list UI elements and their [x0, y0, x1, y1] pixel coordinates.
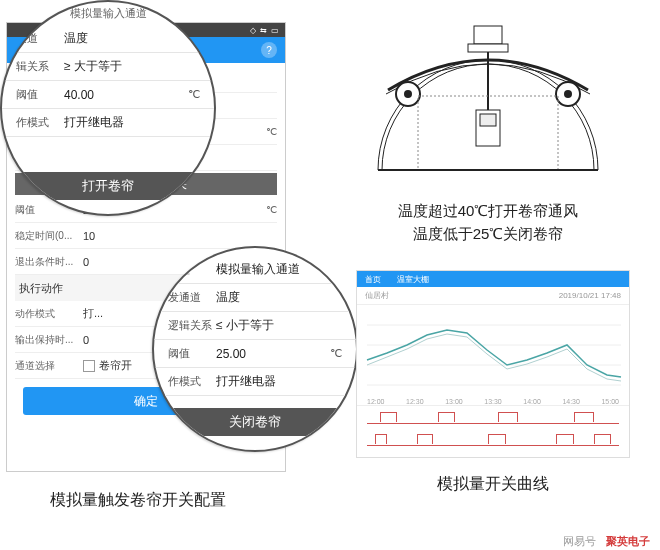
relay-pulse [556, 434, 574, 444]
relay-pulse [498, 412, 518, 422]
left-caption: 模拟量触发卷帘开关配置 [50, 490, 226, 511]
row-label: 阈值 [16, 87, 64, 102]
row-unit: ℃ [188, 88, 200, 101]
relay-pulse [488, 434, 506, 444]
svg-rect-5 [468, 44, 508, 52]
row-label: 作模式 [16, 115, 64, 130]
form-row[interactable]: 辑关系≥ 大于等于 [2, 53, 214, 81]
checkbox-icon[interactable] [83, 360, 95, 372]
help-icon[interactable]: ? [261, 42, 277, 58]
chart-tab-greenhouse[interactable]: 温室大棚 [397, 274, 429, 285]
relay-pulse [594, 434, 612, 444]
row-value: 25.00 [216, 347, 330, 361]
row-unit: ℃ [330, 347, 342, 360]
svg-point-1 [404, 90, 412, 98]
row-value: 打开继电器 [216, 373, 342, 390]
greenhouse-diagram [358, 20, 618, 190]
diagram-caption-l2: 温度低于25℃关闭卷帘 [358, 223, 618, 246]
chart-info-left: 仙居村 [365, 290, 389, 301]
form-row[interactable]: 通道温度 [2, 25, 214, 53]
row-value: 打开继电器 [64, 114, 200, 131]
row-label: 输出保持时... [15, 333, 83, 347]
signal-icon: ⇆ [260, 26, 267, 35]
row-label: 发通道 [168, 290, 216, 305]
svg-rect-8 [480, 114, 496, 126]
relay-pulse [417, 434, 432, 444]
footer-site: 网易号 [563, 534, 596, 549]
chart-caption: 模拟量开关曲线 [356, 474, 630, 495]
relay-pulse [438, 412, 456, 422]
form-row[interactable]: 发通道温度 [154, 284, 356, 312]
chart-panel: 首页 温室大棚 仙居村 2019/10/21 17:48 12:0012:301… [356, 270, 630, 458]
row-value: 模拟量输入通道 [216, 261, 342, 278]
row-value: ≥ 大于等于 [64, 58, 200, 75]
battery-icon: ▭ [271, 26, 279, 35]
relay-pulse [574, 412, 594, 422]
relay-pulse [380, 412, 398, 422]
lens-open: 模拟量输入通道 通道温度辑关系≥ 大于等于阈值40.00℃作模式打开继电器 打开… [0, 0, 216, 216]
row-unit: ℃ [266, 204, 277, 215]
form-row[interactable]: 阈值40.00℃ [2, 81, 214, 109]
chart-relay-area [357, 405, 629, 455]
row-value: 10 [83, 230, 277, 242]
tick-label: 13:30 [484, 398, 502, 405]
chart-header: 首页 温室大棚 [357, 271, 629, 287]
action-label: 执行动作 [19, 281, 63, 296]
page-footer: 网易号 聚英电子 [563, 532, 660, 550]
form-row[interactable]: 作模式打开继电器 [154, 368, 356, 396]
tick-label: 12:30 [406, 398, 424, 405]
row-value: 40.00 [64, 88, 188, 102]
chart-info-right: 2019/10/21 17:48 [559, 291, 621, 300]
row-value: ≤ 小于等于 [216, 317, 342, 334]
row-unit: ℃ [266, 126, 277, 137]
relay-pulse [375, 434, 388, 444]
svg-rect-4 [474, 26, 502, 44]
form-row[interactable]: 逻辑关系≤ 小于等于 [154, 312, 356, 340]
chart-line-area: 12:0012:3013:0013:3014:0014:3015:00 [357, 305, 629, 405]
chart-tab-home[interactable]: 首页 [365, 274, 381, 285]
row-label: 通道选择 [15, 359, 83, 373]
lens-close: 类型模拟量输入通道发通道温度逻辑关系≤ 小于等于阈值25.00℃作模式打开继电器… [152, 246, 358, 452]
row-label: 阈值 [168, 346, 216, 361]
diagram-caption: 温度超过40℃打开卷帘通风 温度低于25℃关闭卷帘 [358, 200, 618, 245]
row-label: 作模式 [168, 374, 216, 389]
row-value: 温度 [216, 289, 342, 306]
tick-label: 13:00 [445, 398, 463, 405]
tick-label: 12:00 [367, 398, 385, 405]
form-row[interactable]: 稳定时间(0...10 [15, 223, 277, 249]
row-value: 温度 [64, 30, 200, 47]
tick-label: 14:30 [562, 398, 580, 405]
row-label: 退出条件时... [15, 255, 83, 269]
footer-brand: 聚英电子 [606, 534, 650, 549]
row-label: 逻辑关系 [168, 318, 216, 333]
wifi-icon: ◇ [250, 26, 256, 35]
form-row[interactable]: 作模式打开继电器 [2, 109, 214, 137]
row-label: 辑关系 [16, 59, 64, 74]
chart-info: 仙居村 2019/10/21 17:48 [357, 287, 629, 305]
diagram-caption-l1: 温度超过40℃打开卷帘通风 [358, 200, 618, 223]
row-label: 稳定时间(0... [15, 229, 83, 243]
form-row[interactable]: 阈值25.00℃ [154, 340, 356, 368]
tick-label: 15:00 [601, 398, 619, 405]
tick-label: 14:00 [523, 398, 541, 405]
svg-point-3 [564, 90, 572, 98]
row-label: 动作模式 [15, 307, 83, 321]
